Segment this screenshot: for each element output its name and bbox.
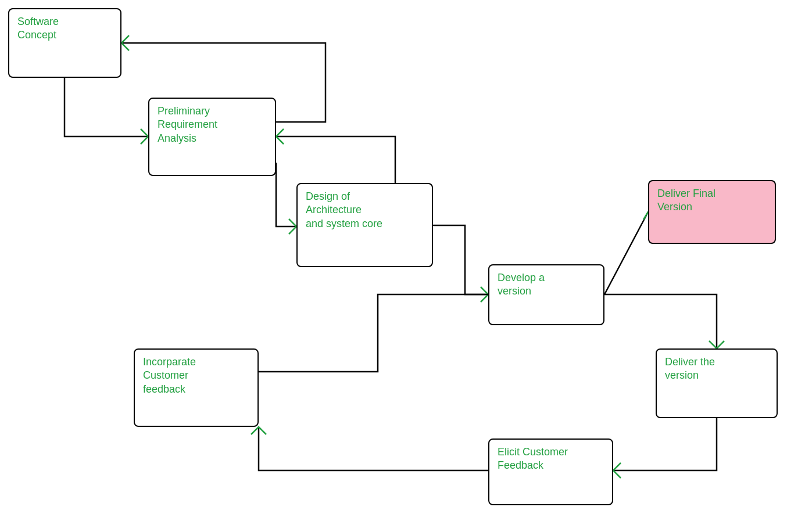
- node-incorparate: Incorparate Customer feedback: [134, 348, 259, 427]
- node-design-arch: Design of Architecture and system core: [296, 183, 433, 267]
- node-deliver-version: Deliver the version: [656, 348, 778, 418]
- node-develop-version: Develop a version: [488, 264, 604, 325]
- node-elicit-feedback: Elicit Customer Feedback: [488, 438, 613, 505]
- diagram-container: Software Concept Preliminary Requirement…: [0, 0, 805, 532]
- node-deliver-final: Deliver Final Version: [648, 180, 776, 244]
- svg-line-0: [604, 212, 648, 294]
- node-preliminary-req: Preliminary Requirement Analysis: [148, 98, 276, 176]
- node-software-concept: Software Concept: [8, 8, 121, 78]
